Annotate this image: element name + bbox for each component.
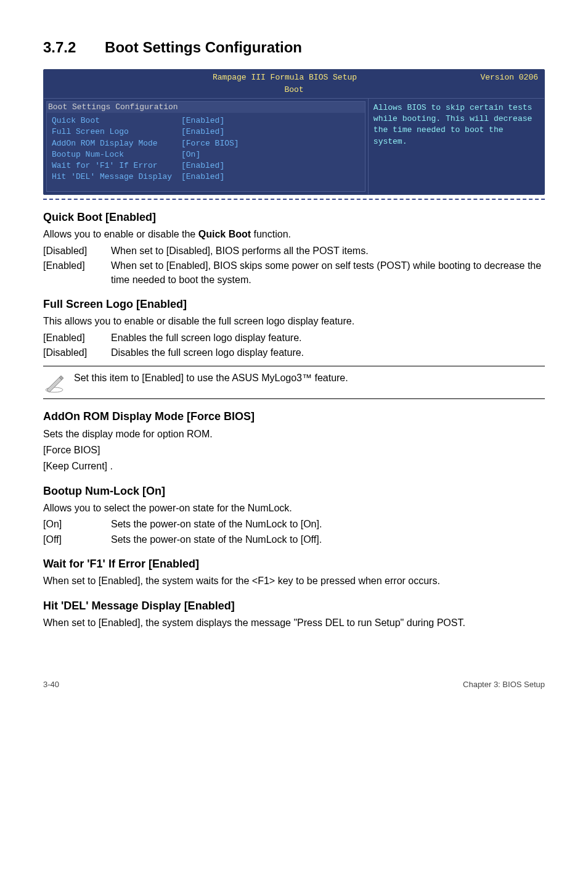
- addon-line1: [Force BIOS]: [43, 444, 545, 457]
- bios-help-panel: Allows BIOS to skip certain tests while …: [368, 99, 544, 194]
- bios-left-panel: Boot Settings Configuration Quick Boot[E…: [46, 101, 365, 192]
- page-footer: 3-40 Chapter 3: BIOS Setup: [43, 679, 545, 690]
- bios-title-center: Rampage III Formula BIOS Setup: [213, 72, 375, 83]
- option-row: [Enabled]Enables the full screen logo di…: [43, 331, 545, 345]
- note-box: Set this item to [Enabled] to use the AS…: [43, 366, 545, 399]
- quickboot-heading: Quick Boot [Enabled]: [43, 210, 545, 225]
- fullscreen-heading: Full Screen Logo [Enabled]: [43, 297, 545, 312]
- bios-row: AddOn ROM Display Mode[Force BIOS]: [52, 138, 360, 149]
- section-heading: 3.7.2 Boot Settings Configuration: [43, 37, 545, 58]
- section-number: 3.7.2: [43, 37, 76, 58]
- waitf1-desc: When set to [Enabled], the system waits …: [43, 574, 545, 588]
- addon-heading: AddOn ROM Display Mode [Force BIOS]: [43, 409, 545, 424]
- note-text: Set this item to [Enabled] to use the AS…: [74, 371, 348, 385]
- footer-right: Chapter 3: BIOS Setup: [463, 679, 545, 690]
- bios-conf-title: Boot Settings Configuration: [47, 102, 365, 113]
- numlock-heading: Bootup Num-Lock [On]: [43, 484, 545, 499]
- footer-left: 3-40: [43, 679, 59, 690]
- pencil-icon: [43, 371, 65, 394]
- section-title: Boot Settings Configuration: [105, 39, 302, 56]
- waitf1-heading: Wait for 'F1' If Error [Enabled]: [43, 556, 545, 572]
- option-row: [Disabled]When set to [Disabled], BIOS p…: [43, 244, 545, 258]
- bios-row: Wait for 'F1' If Error[Enabled]: [52, 160, 360, 171]
- quickboot-desc: Allows you to enable or disable the Quic…: [43, 228, 545, 241]
- addon-desc: Sets the display mode for option ROM.: [43, 427, 545, 441]
- bios-title-bar: Rampage III Formula BIOS Setup Version 0…: [44, 70, 544, 85]
- fullscreen-desc: This allows you to enable or disable the…: [43, 315, 545, 328]
- bios-row: Quick Boot[Enabled]: [52, 115, 360, 126]
- bios-row: Hit 'DEL' Message Display[Enabled]: [52, 171, 360, 183]
- bios-setup-box: Rampage III Formula BIOS Setup Version 0…: [43, 69, 545, 196]
- bios-title-right: Version 0206: [375, 72, 538, 83]
- svg-marker-1: [47, 377, 62, 392]
- hitdel-desc: When set to [Enabled], the system displa…: [43, 616, 545, 630]
- hitdel-heading: Hit 'DEL' Message Display [Enabled]: [43, 598, 545, 614]
- option-row: [Enabled]When set to [Enabled], BIOS ski…: [43, 259, 545, 287]
- addon-line2: [Keep Current] .: [43, 460, 545, 473]
- bios-subtitle: Boot: [44, 85, 544, 98]
- bios-bottom-dash: [43, 199, 545, 200]
- bios-row: Full Screen Logo[Enabled]: [52, 126, 360, 138]
- numlock-desc: Allows you to select the power-on state …: [43, 501, 545, 515]
- option-row: [Disabled]Disables the full screen logo …: [43, 346, 545, 360]
- option-row: [On]Sets the power-on state of the NumLo…: [43, 518, 545, 531]
- option-row: [Off]Sets the power-on state of the NumL…: [43, 533, 545, 547]
- bios-row: Bootup Num-Lock[On]: [52, 149, 360, 160]
